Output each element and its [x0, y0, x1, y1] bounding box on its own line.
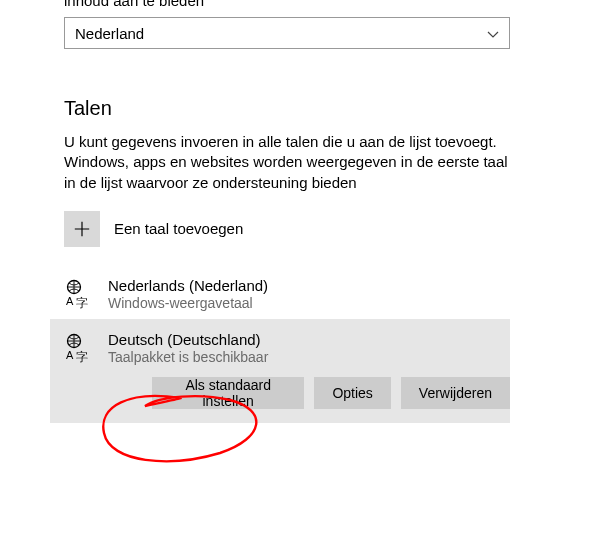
language-name: Nederlands (Nederland) [108, 277, 268, 294]
svg-text:字: 字 [76, 350, 88, 363]
remove-button[interactable]: Verwijderen [401, 377, 510, 409]
language-subtitle: Taalpakket is beschikbaar [108, 349, 510, 365]
set-default-button[interactable]: Als standaard instellen [152, 377, 304, 409]
country-dropdown[interactable]: Nederland [64, 17, 510, 49]
language-item-nl[interactable]: A 字 Nederlands (Nederland) Windows-weerg… [64, 269, 510, 319]
add-language-button[interactable]: Een taal toevoegen [64, 211, 510, 247]
svg-text:A: A [66, 295, 74, 307]
language-name: Deutsch (Deutschland) [108, 331, 510, 348]
svg-text:A: A [66, 349, 74, 361]
add-language-label: Een taal toevoegen [114, 220, 243, 237]
languages-description: U kunt gegevens invoeren in alle talen d… [64, 132, 510, 193]
options-button[interactable]: Opties [314, 377, 390, 409]
svg-text:字: 字 [76, 296, 88, 309]
language-subtitle: Windows-weergavetaal [108, 295, 268, 311]
languages-heading: Talen [64, 97, 510, 120]
country-dropdown-value: Nederland [75, 25, 144, 42]
language-icon: A 字 [64, 333, 94, 363]
plus-icon [64, 211, 100, 247]
language-item-de[interactable]: A 字 Deutsch (Deutschland) Taalpakket is … [50, 319, 510, 423]
chevron-down-icon [487, 27, 499, 39]
region-description-partial: inhoud aan te bieden [64, 0, 510, 9]
language-icon: A 字 [64, 279, 94, 309]
